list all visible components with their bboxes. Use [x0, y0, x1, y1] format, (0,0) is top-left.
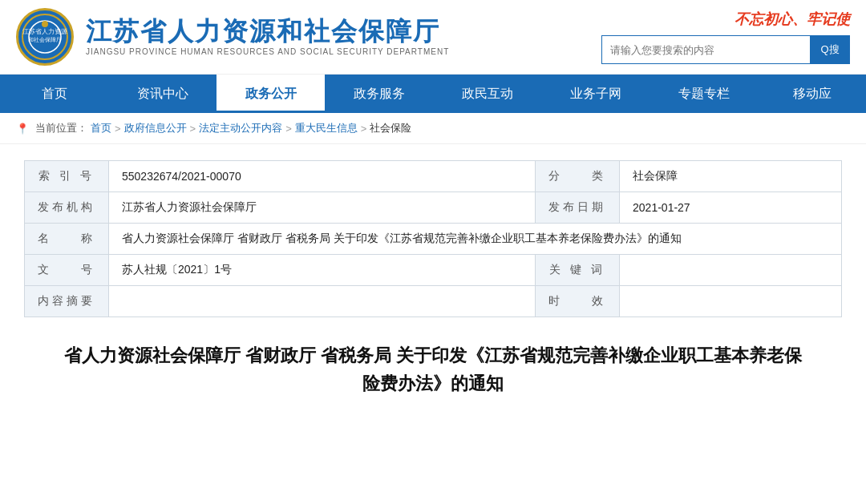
breadcrumb-sep-3: >: [285, 123, 292, 135]
meta-row-1: 索 引 号 550232674/2021-00070 分 类 社会保障: [25, 161, 842, 192]
nav-item-mobile[interactable]: 移动应: [758, 75, 866, 113]
site-title-zh: 江苏省人力资源和社会保障厅: [86, 18, 449, 46]
meta-value-validity: [620, 286, 842, 317]
svg-text:和社会保障厅: 和社会保障厅: [28, 37, 62, 43]
meta-label-date: 发布日期: [536, 192, 620, 224]
meta-label-index: 索 引 号: [25, 161, 109, 192]
main-content: 索 引 号 550232674/2021-00070 分 类 社会保障 发布机构…: [0, 144, 866, 413]
breadcrumb-gov-info[interactable]: 政府信息公开: [124, 121, 187, 135]
breadcrumb-sep-2: >: [190, 123, 196, 135]
meta-value-category: 社会保障: [620, 161, 842, 192]
meta-label-validity: 时 效: [536, 286, 620, 317]
meta-value-date: 2021-01-27: [620, 192, 842, 224]
meta-row-3: 名 称 省人力资源社会保障厅 省财政厅 省税务局 关于印发《江苏省规范完善补缴企…: [25, 224, 842, 255]
site-title-en: JIANGSU PROVINCE HUMAN RESOURCES AND SOC…: [86, 47, 449, 56]
meta-label-keywords: 关 键 词: [536, 255, 620, 286]
breadcrumb-sep-4: >: [361, 123, 367, 135]
nav-item-interact[interactable]: 政民互动: [433, 75, 541, 113]
nav-item-business[interactable]: 业务子网: [541, 75, 650, 113]
location-icon: 📍: [16, 123, 29, 135]
header-title-area: 江苏省人力资源和社会保障厅 JIANGSU PROVINCE HUMAN RES…: [86, 18, 449, 56]
svg-point-4: [42, 21, 48, 27]
nav-item-news[interactable]: 资讯中心: [108, 75, 216, 113]
nav-item-service[interactable]: 政务服务: [325, 75, 433, 113]
breadcrumb-sep-1: >: [115, 123, 121, 135]
meta-label-publisher: 发布机构: [25, 192, 109, 224]
svg-text:江苏省人力资源: 江苏省人力资源: [22, 28, 67, 35]
main-nav: 首页 资讯中心 政务公开 政务服务 政民互动 业务子网 专题专栏 移动应: [0, 75, 866, 113]
meta-value-name: 省人力资源社会保障厅 省财政厅 省税务局 关于印发《江苏省规范完善补缴企业职工基…: [109, 224, 842, 255]
breadcrumb-legal[interactable]: 法定主动公开内容: [199, 121, 282, 135]
search-input[interactable]: [601, 35, 810, 64]
meta-label-summary: 内容摘要: [25, 286, 109, 317]
meta-label-name: 名 称: [25, 224, 109, 255]
meta-value-index: 550232674/2021-00070: [109, 161, 536, 192]
meta-value-publisher: 江苏省人力资源社会保障厅: [109, 192, 536, 224]
meta-row-2: 发布机构 江苏省人力资源社会保障厅 发布日期 2021-01-27: [25, 192, 842, 224]
meta-value-keywords: [620, 255, 842, 286]
breadcrumb-home[interactable]: 首页: [91, 121, 111, 135]
meta-row-5: 内容摘要 时 效: [25, 286, 842, 317]
search-bar: Q搜: [601, 35, 850, 64]
metadata-table: 索 引 号 550232674/2021-00070 分 类 社会保障 发布机构…: [24, 160, 842, 317]
meta-value-docno: 苏人社规〔2021〕1号: [109, 255, 536, 286]
meta-row-4: 文 号 苏人社规〔2021〕1号 关 键 词: [25, 255, 842, 286]
breadcrumb-current: 社会保险: [370, 121, 411, 135]
nav-item-special[interactable]: 专题专栏: [650, 75, 758, 113]
breadcrumb-prefix: 当前位置：: [35, 121, 87, 135]
breadcrumb: 📍 当前位置： 首页 > 政府信息公开 > 法定主动公开内容 > 重大民生信息 …: [0, 113, 866, 144]
article-title: 省人力资源社会保障厅 省财政厅 省税务局 关于印发《江苏省规范完善补缴企业职工基…: [56, 341, 810, 397]
header-right-area: 不忘初心、牢记使 Q搜: [601, 10, 850, 64]
breadcrumb-livelihood[interactable]: 重大民生信息: [295, 121, 358, 135]
meta-value-summary: [109, 286, 536, 317]
meta-label-docno: 文 号: [25, 255, 109, 286]
logo-icon: 江苏省人力资源 和社会保障厅: [16, 8, 74, 66]
search-button[interactable]: Q搜: [810, 35, 850, 64]
slogan-text: 不忘初心、牢记使: [734, 10, 850, 29]
page-header: 江苏省人力资源 和社会保障厅 江苏省人力资源和社会保障厅 JIANGSU PRO…: [0, 0, 866, 75]
nav-item-home[interactable]: 首页: [0, 75, 108, 113]
nav-item-open[interactable]: 政务公开: [216, 75, 325, 113]
meta-label-category: 分 类: [536, 161, 620, 192]
header-logo-area: 江苏省人力资源 和社会保障厅 江苏省人力资源和社会保障厅 JIANGSU PRO…: [16, 8, 449, 66]
